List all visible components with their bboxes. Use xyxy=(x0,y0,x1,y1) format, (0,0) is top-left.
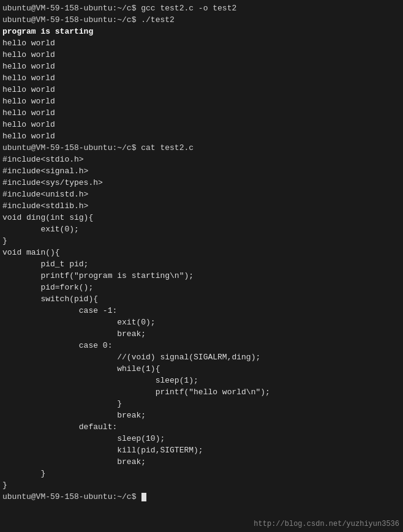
terminal-line: } xyxy=(2,479,401,491)
terminal-line: #include<stdlib.h> xyxy=(2,200,401,212)
terminal-output: ubuntu@VM-59-158-ubuntu:~/c$ gcc test2.c… xyxy=(2,2,401,503)
terminal-line: exit(0); xyxy=(2,223,401,235)
terminal-line: hello world xyxy=(2,84,401,96)
terminal-line: sleep(10); xyxy=(2,433,401,444)
terminal-window: ubuntu@VM-59-158-ubuntu:~/c$ gcc test2.c… xyxy=(0,0,403,532)
terminal-line: } xyxy=(2,235,401,247)
terminal-line: void ding(int sig){ xyxy=(2,212,401,223)
terminal-line: hello world xyxy=(2,72,401,84)
terminal-line: hello world xyxy=(2,96,401,107)
terminal-line: hello world xyxy=(2,37,401,49)
terminal-line: ubuntu@VM-59-158-ubuntu:~/c$ ./test2 xyxy=(2,14,401,26)
terminal-line: break; xyxy=(2,410,401,421)
terminal-line: kill(pid,SIGTERM); xyxy=(2,444,401,456)
terminal-line: while(1){ xyxy=(2,363,401,375)
watermark: http://blog.csdn.net/yuzhiyun3536 xyxy=(254,520,399,528)
terminal-line: ubuntu@VM-59-158-ubuntu:~/c$ xyxy=(2,491,401,503)
terminal-line: switch(pid){ xyxy=(2,293,401,305)
terminal-line: printf("hello world\n"); xyxy=(2,386,401,398)
terminal-line: case 0: xyxy=(2,340,401,351)
terminal-line: void main(){ xyxy=(2,247,401,258)
terminal-line: hello world xyxy=(2,107,401,119)
terminal-line: exit(0); xyxy=(2,317,401,328)
terminal-line: default: xyxy=(2,421,401,433)
terminal-line: printf("program is starting\n"); xyxy=(2,270,401,282)
terminal-line: //(void) signal(SIGALRM,ding); xyxy=(2,351,401,363)
terminal-line: #include<unistd.h> xyxy=(2,189,401,200)
terminal-cursor xyxy=(141,493,146,501)
terminal-line: hello world xyxy=(2,61,401,72)
terminal-line: #include<sys/types.h> xyxy=(2,177,401,189)
terminal-line: break; xyxy=(2,456,401,468)
terminal-line: } xyxy=(2,398,401,410)
terminal-line: case -1: xyxy=(2,305,401,317)
terminal-line: #include<stdio.h> xyxy=(2,154,401,165)
terminal-line: break; xyxy=(2,328,401,340)
terminal-line: hello world xyxy=(2,119,401,130)
terminal-line: hello world xyxy=(2,130,401,142)
terminal-line: pid_t pid; xyxy=(2,258,401,270)
terminal-line: hello world xyxy=(2,49,401,61)
terminal-line: program is starting xyxy=(2,26,401,37)
terminal-line: ubuntu@VM-59-158-ubuntu:~/c$ cat test2.c xyxy=(2,142,401,154)
terminal-line: ubuntu@VM-59-158-ubuntu:~/c$ gcc test2.c… xyxy=(2,2,401,14)
terminal-line: pid=fork(); xyxy=(2,282,401,293)
terminal-line: #include<signal.h> xyxy=(2,165,401,177)
terminal-line: } xyxy=(2,468,401,479)
terminal-line: sleep(1); xyxy=(2,375,401,386)
